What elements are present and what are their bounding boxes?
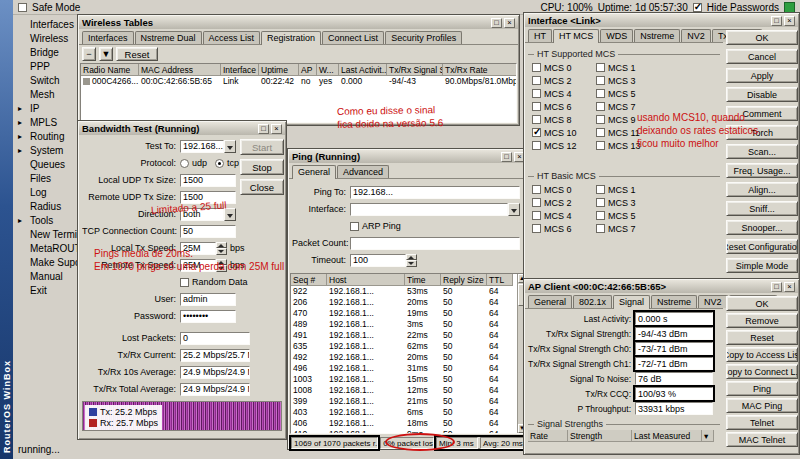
remote-udp-size-input[interactable]: 1500 xyxy=(180,191,236,204)
tab-nv2[interactable]: NV2 xyxy=(698,295,728,308)
ap-client-titlebar[interactable]: AP Client <00:0C:42:66:5B:65> □ × xyxy=(525,280,798,293)
spinner-icon[interactable] xyxy=(406,254,417,267)
list-item[interactable]: 922 192.168.1... 53ms 50 64 xyxy=(291,286,526,297)
tab-registration[interactable]: Registration xyxy=(261,31,321,45)
mcs-checkbox-item[interactable]: MCS 12 xyxy=(532,139,596,152)
tab-general[interactable]: General xyxy=(292,165,336,179)
mcs-checkbox-item[interactable]: MCS 6 xyxy=(532,100,596,113)
list-item[interactable]: 635 192.168.1... 62ms 50 64 xyxy=(291,341,526,352)
tab-general[interactable]: General xyxy=(528,295,572,308)
table-row[interactable]: 000C4266... 00:0C:42:66:5B:65 Link 00:22… xyxy=(81,76,516,87)
random-data-checkbox[interactable] xyxy=(180,278,189,287)
local-tx-speed-input[interactable]: 25M xyxy=(180,242,216,255)
tab-connect-list[interactable]: Connect List xyxy=(322,31,384,44)
tab-nstreme-dual[interactable]: Nstreme Dual xyxy=(135,31,202,44)
mcs-checkbox-item[interactable]: MCS 3 xyxy=(596,196,660,209)
maximize-icon[interactable]: □ xyxy=(258,124,269,134)
list-item[interactable]: 399 192.168.1... 21ms 50 64 xyxy=(291,396,526,407)
mcs-checkbox-item[interactable]: MCS 13 xyxy=(596,139,660,152)
ap-client-action-button[interactable]: OK xyxy=(726,296,798,311)
timeout-input[interactable]: 100 xyxy=(350,254,406,267)
close-icon[interactable]: × xyxy=(784,16,795,26)
list-item[interactable]: 403 192.168.1... 6ms 50 64 xyxy=(291,407,526,418)
interface-action-button[interactable]: Disable xyxy=(726,87,798,102)
col-rate[interactable]: Rate xyxy=(528,430,568,442)
list-item[interactable]: 410 192.168.1... 9ms 50 64 xyxy=(291,429,526,434)
test-to-input[interactable]: 192.168... xyxy=(180,140,224,153)
mcs-checkbox-item[interactable]: MCS 7 xyxy=(596,222,660,235)
interface-action-button[interactable]: Snooper... xyxy=(726,220,798,235)
mcs-checkbox-item[interactable]: MCS 6 xyxy=(532,222,596,235)
chevron-down-icon[interactable] xyxy=(224,208,236,221)
mcs-checkbox-item[interactable]: MCS 5 xyxy=(596,209,660,222)
mcs-checkbox-item[interactable]: MCS 0 xyxy=(532,61,596,74)
ap-client-action-button[interactable]: Copy to Connect L... xyxy=(726,364,798,379)
spinner-icon[interactable] xyxy=(216,242,227,255)
ping-to-input[interactable]: 192.168... xyxy=(350,186,520,199)
mcs-checkbox-item[interactable]: MCS 2 xyxy=(532,196,596,209)
col-last-measured[interactable]: Last Measured xyxy=(632,430,702,442)
col-ttl[interactable]: TTL xyxy=(487,274,513,286)
tab-access-list[interactable]: Access List xyxy=(203,31,261,44)
bandwidth-test-titlebar[interactable]: Bandwidth Test (Running) □ × xyxy=(79,122,285,135)
mcs-checkbox-item[interactable]: MCS 0 xyxy=(532,183,596,196)
mcs-checkbox-item[interactable]: MCS 11 xyxy=(596,126,660,139)
close-button[interactable]: Close xyxy=(240,179,284,195)
col-signal[interactable]: Tx/Rx Signal Str... xyxy=(387,64,443,76)
list-item[interactable]: 492 192.168.1... 20ms 50 64 xyxy=(291,352,526,363)
interface-action-button[interactable]: Torch xyxy=(726,125,798,140)
tcp-connection-count-input[interactable]: 50 xyxy=(180,225,236,238)
col-ap[interactable]: AP xyxy=(299,64,317,76)
mcs-checkbox-item[interactable]: MCS 5 xyxy=(596,87,660,100)
maximize-icon[interactable]: □ xyxy=(501,152,512,162)
interface-action-button[interactable]: OK xyxy=(726,30,798,45)
mcs-checkbox-item[interactable]: MCS 3 xyxy=(596,74,660,87)
col-w[interactable]: W... xyxy=(317,64,339,76)
mcs-checkbox-item[interactable]: MCS 8 xyxy=(532,113,596,126)
col-mac-address[interactable]: MAC Address xyxy=(139,64,221,76)
tab-ht[interactable]: HT xyxy=(528,29,552,42)
interface-action-button[interactable]: Comment xyxy=(726,106,798,121)
interface-action-button[interactable]: Freq. Usage... xyxy=(726,163,798,178)
interface-select[interactable] xyxy=(350,203,508,216)
mcs-checkbox-item[interactable]: MCS 1 xyxy=(596,61,660,74)
list-item[interactable]: 489 192.168.1... 3ms 50 64 xyxy=(291,319,526,330)
col-time[interactable]: Time xyxy=(405,274,441,286)
list-item[interactable]: 206 192.168.1... 20ms 50 64 xyxy=(291,297,526,308)
spinner-icon[interactable] xyxy=(216,259,227,272)
chevron-down-icon[interactable] xyxy=(508,203,520,216)
filter-icon[interactable]: ▼ xyxy=(99,47,113,61)
list-item[interactable]: 1008 192.168.1... 12ms 50 64 xyxy=(291,385,526,396)
mcs-checkbox-item[interactable]: MCS 10 xyxy=(532,126,596,139)
chevron-down-icon[interactable]: ▾ xyxy=(702,430,714,442)
interface-link-titlebar[interactable]: Interface <Link> □ × xyxy=(525,14,798,27)
list-item[interactable]: 1003 192.168.1... 15ms 50 64 xyxy=(291,374,526,385)
protocol-tcp-radio[interactable] xyxy=(215,159,224,168)
ap-client-action-button[interactable]: Copy to Access List xyxy=(726,347,798,362)
mcs-checkbox-item[interactable]: MCS 9 xyxy=(596,113,660,126)
interface-action-button[interactable]: Sniff... xyxy=(726,201,798,216)
ping-titlebar[interactable]: Ping (Running) □ × xyxy=(289,150,528,163)
direction-select[interactable]: both xyxy=(180,208,224,221)
tab-interfaces[interactable]: Interfaces xyxy=(82,31,134,44)
password-input[interactable]: •••••••• xyxy=(180,310,236,323)
reset-button[interactable]: Reset xyxy=(116,47,158,61)
start-button[interactable]: Start xyxy=(240,139,284,155)
protocol-udp-radio[interactable] xyxy=(180,159,189,168)
ap-client-action-button[interactable]: Ping xyxy=(726,381,798,396)
list-item[interactable]: 406 192.168.1... 18ms 50 64 xyxy=(291,418,526,429)
tab-wds[interactable]: WDS xyxy=(600,29,633,42)
remote-tx-speed-input[interactable]: 25M xyxy=(180,259,216,272)
maximize-icon[interactable]: □ xyxy=(491,18,502,28)
col-strength[interactable]: Strength xyxy=(568,430,632,442)
tab-security-profiles[interactable]: Security Profiles xyxy=(385,31,462,44)
col-interface[interactable]: Interface xyxy=(221,64,259,76)
close-icon[interactable]: × xyxy=(271,124,282,134)
wireless-tables-titlebar[interactable]: Wireless Tables □ × xyxy=(79,16,518,29)
tab-advanced[interactable]: Advanced xyxy=(337,165,389,178)
ap-client-action-button[interactable]: Remove xyxy=(726,313,798,328)
col-last-activity[interactable]: Last Activit... xyxy=(339,64,387,76)
hide-passwords-checkbox[interactable] xyxy=(693,3,702,12)
interface-action-button[interactable]: Simple Mode xyxy=(726,258,798,273)
tab-ht-mcs[interactable]: HT MCS xyxy=(553,29,599,43)
